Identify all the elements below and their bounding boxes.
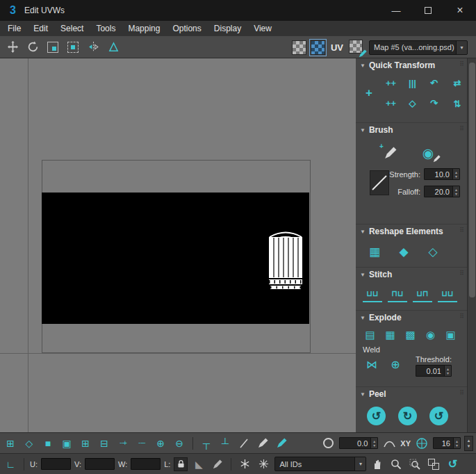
falloff-type-button[interactable] bbox=[381, 436, 397, 451]
threshold-spinner[interactable]: 0.01 ▴▾ bbox=[416, 365, 452, 377]
zoom-button[interactable] bbox=[388, 457, 404, 472]
menu-file[interactable]: File bbox=[1, 24, 27, 33]
panel-scrollbar[interactable] bbox=[467, 58, 476, 432]
scale-button[interactable] bbox=[44, 39, 61, 56]
grip-icon[interactable]: ⠿ bbox=[459, 227, 464, 234]
stitch-source-button[interactable]: ⊓⊔ bbox=[388, 286, 407, 302]
soft-selection-spinner[interactable]: 0.0 ▴▾ bbox=[339, 437, 378, 449]
move-selected-button[interactable]: + bbox=[360, 84, 378, 102]
zoom-region-button[interactable] bbox=[407, 457, 422, 472]
show-checker-toggle[interactable] bbox=[292, 40, 306, 55]
explode-header[interactable]: ▼ Explode ⠿ bbox=[356, 311, 467, 325]
align-bottom-button[interactable]: ┴ bbox=[218, 436, 233, 451]
close-button[interactable]: × bbox=[444, 0, 476, 21]
uv-editor-viewport[interactable] bbox=[0, 58, 356, 432]
paint-select-subtract-button[interactable]: ⊖ bbox=[172, 436, 187, 451]
menu-options[interactable]: Options bbox=[166, 24, 207, 33]
rotate-button[interactable] bbox=[24, 39, 41, 56]
v-coordinate-field[interactable] bbox=[85, 458, 115, 470]
planar-button[interactable]: ◇ bbox=[421, 243, 445, 261]
brush-header[interactable]: ▼ Brush ⠿ bbox=[356, 123, 467, 137]
brush-falloff-button[interactable] bbox=[236, 436, 252, 451]
threshold-value[interactable]: 0.01 bbox=[416, 366, 444, 376]
grid-size-value[interactable]: 16 bbox=[434, 438, 453, 448]
maximize-button[interactable] bbox=[412, 0, 444, 21]
grip-icon[interactable]: ⠿ bbox=[459, 389, 464, 396]
straighten-button[interactable]: ▦ bbox=[363, 243, 386, 261]
menu-view[interactable]: View bbox=[247, 24, 278, 33]
menu-edit[interactable]: Edit bbox=[27, 24, 54, 33]
mirror-button[interactable] bbox=[85, 39, 101, 56]
zoom-to-gizmo-button[interactable]: ↺ bbox=[445, 457, 460, 472]
map-selector-dropdown[interactable]: Map #5 (va...oning.psd) ▾ bbox=[369, 40, 468, 55]
falloff-value[interactable]: 20.0 bbox=[425, 186, 452, 197]
quick-transform-header[interactable]: ▼ Quick Transform ⠿ bbox=[356, 58, 467, 72]
grid-snap-button[interactable] bbox=[414, 436, 429, 451]
grip-icon[interactable]: ⠿ bbox=[459, 125, 464, 132]
strength-value[interactable]: 10.0 bbox=[425, 169, 452, 179]
w-coordinate-field[interactable] bbox=[131, 458, 161, 470]
stitch-custom-button[interactable]: ⊔⊔ bbox=[363, 286, 382, 302]
spinner-arrows[interactable]: ▴▾ bbox=[370, 438, 377, 448]
grow-selection-button[interactable]: ⊞ bbox=[78, 436, 93, 451]
wedge-button[interactable]: ◣ bbox=[191, 457, 206, 472]
align-top-button[interactable]: ┬ bbox=[199, 436, 214, 451]
vertex-mode-button[interactable]: ◇ bbox=[22, 436, 37, 451]
flatten-by-smoothing-button[interactable]: ▤ bbox=[361, 327, 379, 343]
value-nudge-control[interactable]: ▴ ▾ bbox=[464, 436, 473, 451]
menu-tools[interactable]: Tools bbox=[90, 24, 122, 33]
pick-texture-button[interactable] bbox=[349, 40, 365, 56]
spinner-arrows[interactable]: ▴▾ bbox=[452, 186, 459, 197]
weld-selected-button[interactable]: ⋈ bbox=[361, 355, 382, 373]
grid-size-spinner[interactable]: 16 ▴▾ bbox=[433, 437, 461, 449]
filter-gizmo-button[interactable] bbox=[256, 457, 271, 472]
freeform-mode-button[interactable] bbox=[65, 39, 81, 56]
relax-tool-button[interactable] bbox=[274, 436, 289, 451]
stitch-average-button[interactable]: ⊔⊓ bbox=[413, 286, 432, 302]
polygon-mode-button[interactable]: ■ bbox=[40, 436, 56, 451]
scrollbar-thumb[interactable] bbox=[469, 63, 475, 297]
grip-icon[interactable]: ⠿ bbox=[459, 270, 464, 277]
stitch-target-button[interactable]: ⊔⊔ bbox=[438, 286, 457, 302]
falloff-axis-label[interactable]: XY bbox=[400, 439, 411, 448]
rotate-ccw-button[interactable]: ↶ bbox=[424, 74, 444, 92]
falloff-curve-button[interactable] bbox=[370, 170, 389, 195]
spinner-arrows[interactable]: ▴▾ bbox=[453, 438, 460, 448]
element-mode-button[interactable]: ▣ bbox=[59, 436, 74, 451]
edge-ring-button[interactable]: ╌− bbox=[134, 436, 149, 451]
paint-select-add-button[interactable]: ⊕ bbox=[153, 436, 168, 451]
explode-by-face-button[interactable]: ▣ bbox=[442, 327, 459, 343]
peel-mode-button[interactable]: ↻ bbox=[398, 407, 417, 425]
falloff-space-button[interactable] bbox=[320, 436, 336, 451]
grip-icon[interactable]: ⠿ bbox=[459, 60, 464, 67]
shrink-selection-button[interactable]: ⊟ bbox=[97, 436, 112, 451]
linear-align-button[interactable]: ||| bbox=[402, 74, 422, 92]
align-to-edge-button[interactable]: ++ bbox=[381, 94, 401, 113]
move-button[interactable] bbox=[4, 39, 21, 56]
peel-header[interactable]: ▼ Peel ⠿ bbox=[356, 387, 467, 401]
quick-peel-button[interactable]: ↺ bbox=[367, 407, 386, 425]
spinner-arrows[interactable]: ▴▾ bbox=[452, 169, 459, 179]
menu-display[interactable]: Display bbox=[208, 24, 247, 33]
freeze-button[interactable] bbox=[237, 457, 252, 472]
weld-all-button[interactable]: ⊕ bbox=[385, 355, 406, 373]
paint-weights-button[interactable] bbox=[210, 457, 225, 472]
rotate-cw-button[interactable]: ↷ bbox=[424, 94, 444, 113]
show-map-toggle[interactable] bbox=[311, 40, 325, 55]
stitch-header[interactable]: ▼ Stitch ⠿ bbox=[356, 268, 467, 281]
paint-brush-button[interactable] bbox=[255, 436, 270, 451]
absolute-offset-toggle[interactable]: ∟ bbox=[3, 457, 18, 472]
flatten-by-material-button[interactable]: ▦ bbox=[381, 327, 399, 343]
align-horizontal-button[interactable]: ++ bbox=[381, 74, 401, 92]
spinner-arrows[interactable]: ▴▾ bbox=[444, 366, 451, 376]
grip-icon[interactable]: ⠿ bbox=[459, 313, 464, 320]
align-pivot-button[interactable]: ◇ bbox=[402, 94, 422, 113]
zoom-extents-button[interactable] bbox=[426, 457, 441, 472]
edge-loop-button[interactable]: ╌+ bbox=[115, 436, 131, 451]
minimize-button[interactable]: — bbox=[380, 0, 412, 21]
flatten-by-polygon-button[interactable]: ▩ bbox=[402, 327, 419, 343]
strength-spinner[interactable]: 10.0 ▴▾ bbox=[424, 168, 460, 180]
material-id-dropdown[interactable]: All IDs ▾ bbox=[274, 457, 366, 471]
uv-shell-barrel[interactable] bbox=[265, 226, 306, 290]
lock-selection-button[interactable] bbox=[174, 457, 188, 471]
